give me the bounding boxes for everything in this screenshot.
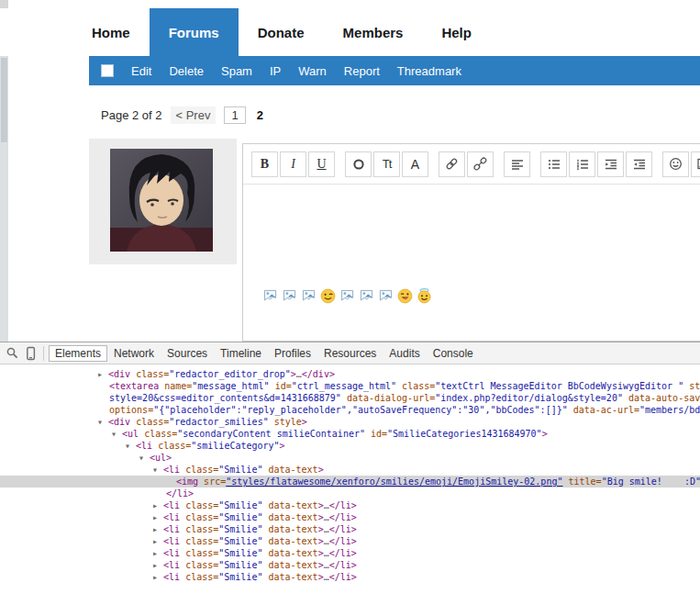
devtools-code-line[interactable]: ▸ <li class="Smilie" data-text>…</li> (0, 535, 700, 547)
unordered-list-button[interactable] (540, 151, 567, 177)
code-token-tag: <li (163, 536, 180, 546)
wink-emoji-icon[interactable] (319, 287, 336, 304)
tongue-emoji-icon[interactable] (396, 287, 413, 304)
devtools-tab-sources[interactable]: Sources (161, 345, 214, 362)
code-token-value: "{"placeholder":"reply_placeholder","aut… (153, 405, 568, 415)
code-token-attr: class= (180, 524, 218, 534)
devtools-code-line[interactable]: </li> (0, 488, 700, 499)
italic-button[interactable]: I (280, 151, 306, 177)
devtools-code-line[interactable]: ▸ <li class="Smilie" data-text>…</li> (0, 523, 700, 535)
broken-image-icon[interactable] (281, 287, 297, 304)
broken-image-icon[interactable] (261, 287, 278, 304)
indent-button[interactable] (626, 151, 652, 177)
mod-action-ip[interactable]: IP (270, 64, 281, 78)
code-token-attr: id= (365, 429, 387, 439)
prev-page-button[interactable]: < Prev (171, 106, 217, 124)
toolbar-group (540, 151, 654, 177)
code-token-attr: data-dialog-url= (341, 393, 435, 403)
nav-members[interactable]: Members (324, 8, 423, 56)
outdent-button[interactable] (597, 151, 624, 177)
code-token-tag: </li> (329, 536, 357, 546)
devtools-code-line[interactable]: ▸ <li class="Smilie" data-text>…</li> (0, 547, 700, 559)
code-token-tag: </div> (302, 369, 335, 379)
font-size-button[interactable]: Tt (373, 151, 400, 177)
device-mode-icon[interactable] (23, 345, 39, 361)
devtools-code-line[interactable]: ▸ <li class="Smilie" data-text>…</li> (0, 511, 700, 523)
mod-action-report[interactable]: Report (344, 64, 380, 78)
alignment-icon (511, 158, 524, 171)
devtools-code-line[interactable]: ▾ <li class="smilieCategory"> (0, 440, 700, 452)
code-token-tag: <div (108, 417, 130, 427)
code-token-attr: class= (130, 417, 169, 427)
underline-button[interactable]: U (308, 151, 335, 177)
unlink-icon (473, 157, 487, 171)
devtools-code-line-selected[interactable]: <img src="styles/flatawesome/xenforo/smi… (0, 476, 700, 488)
broken-image-icon[interactable] (339, 287, 355, 304)
bold-button[interactable]: B (251, 151, 278, 177)
devtools-code-line[interactable]: ▸ <div class="redactor_editor_drop">…</d… (0, 368, 700, 380)
devtools-code-line[interactable]: ▾ <li class="Smilie" data-text> (0, 464, 700, 476)
broken-image-icon[interactable] (300, 287, 317, 304)
devtools-tab-audits[interactable]: Audits (383, 345, 426, 362)
devtools-code-line[interactable]: ▸ <li class="Smilie" data-text>…</li> (0, 571, 700, 583)
text-color-icon (352, 158, 365, 171)
left-scrollbar-thumb[interactable] (1, 58, 7, 142)
devtools-code-line[interactable]: ▸ <li class="Smilie" data-text>…</li> (0, 559, 700, 571)
devtools-code-line[interactable]: <textarea name="message_html" id="ctrl_m… (0, 380, 700, 392)
editor-content-area[interactable] (243, 185, 700, 284)
inspect-magnifier-icon[interactable] (5, 345, 20, 361)
devtools-code-line[interactable]: ▾ <div class="redactor_smilies" style> (0, 416, 700, 428)
devtools-toolbar: Elements Network Sources Timeline Profil… (0, 342, 700, 364)
devtools-tab-network[interactable]: Network (107, 345, 161, 362)
devtools-tab-resources[interactable]: Resources (317, 345, 383, 362)
mod-action-edit[interactable]: Edit (131, 64, 151, 78)
devtools-code-line[interactable]: ▾ <ul> (0, 452, 700, 464)
devtools-tab-timeline[interactable]: Timeline (214, 345, 268, 362)
code-token-value: "members/bdt (639, 405, 700, 415)
text-color-button[interactable] (345, 151, 372, 177)
devtools-code-line[interactable]: options="{"placeholder":"reply_placehold… (0, 404, 700, 416)
mod-action-delete[interactable]: Delete (169, 64, 204, 78)
nav-home[interactable]: Home (72, 8, 150, 56)
insert-image-button[interactable] (691, 151, 700, 177)
code-token-tag: <ul (122, 429, 139, 439)
code-token-value: "secondaryContent smilieContainer" (177, 429, 365, 439)
devtools-tab-profiles[interactable]: Profiles (268, 345, 317, 362)
devtools-tab-console[interactable]: Console (427, 345, 480, 362)
ordered-list-button[interactable] (569, 151, 595, 177)
message-editor: BIUTtA+ (242, 143, 700, 342)
halo-emoji-icon[interactable] (416, 287, 432, 304)
mod-action-threadmark[interactable]: Threadmark (397, 64, 461, 78)
main-nav: Home Forums Donate Members Help (0, 8, 700, 56)
insert-link-button[interactable] (439, 151, 465, 177)
code-token-attr: class= (180, 465, 218, 475)
code-token-attr: data-text (262, 500, 317, 510)
code-token-tag: </li> (329, 512, 357, 522)
devtools-code-line[interactable]: style=20&css=editor_contents&d=143166887… (0, 392, 700, 404)
left-scrollbar[interactable] (0, 56, 8, 342)
font-family-button[interactable]: A (402, 151, 428, 177)
page-1-button[interactable]: 1 (224, 106, 245, 124)
alignment-button[interactable] (504, 151, 530, 177)
code-token-tag: > (542, 429, 548, 439)
devtools-code-line[interactable]: ▾ <ul class="secondaryContent smilieCont… (0, 428, 700, 440)
nav-forums[interactable]: Forums (150, 8, 239, 56)
broken-image-icon[interactable] (377, 287, 394, 304)
mod-action-warn[interactable]: Warn (298, 64, 327, 78)
user-avatar[interactable] (110, 149, 213, 252)
code-token-arrow: ▸ (152, 560, 163, 570)
select-all-checkbox[interactable] (101, 64, 114, 77)
devtools-code-line[interactable]: ▸ <li class="Smilie" data-text>…</li> (0, 499, 700, 511)
nav-help[interactable]: Help (422, 8, 491, 56)
code-token-tag: <li (163, 560, 180, 570)
smilies-button[interactable] (662, 151, 689, 177)
broken-image-icon[interactable] (358, 287, 374, 304)
unlink-button[interactable] (467, 151, 494, 177)
page-indicator: Page 2 of 2 (101, 108, 162, 122)
code-token-value: "Smilie" (218, 572, 262, 582)
code-token-attr: data-text (262, 512, 317, 522)
mod-action-spam[interactable]: Spam (221, 64, 252, 78)
devtools-tab-elements[interactable]: Elements (49, 345, 107, 362)
nav-donate[interactable]: Donate (239, 8, 324, 56)
page-2-button[interactable]: 2 (254, 107, 266, 123)
